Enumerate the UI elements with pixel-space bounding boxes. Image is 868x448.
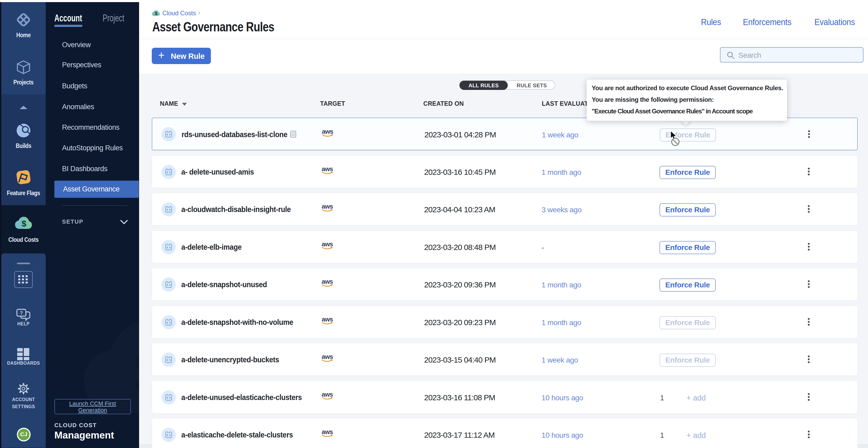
svg-text:$: $ xyxy=(133,335,139,411)
svg-text:aws: aws xyxy=(322,203,333,210)
svg-text:aws: aws xyxy=(322,278,333,285)
svg-text:aws: aws xyxy=(322,316,333,323)
svg-text:aws: aws xyxy=(322,353,333,360)
svg-text:aws: aws xyxy=(322,165,333,172)
svg-text:aws: aws xyxy=(322,240,333,248)
svg-text:aws: aws xyxy=(322,428,333,435)
svg-text:aws: aws xyxy=(322,128,333,135)
svg-text:$: $ xyxy=(22,219,26,228)
svg-text:aws: aws xyxy=(322,391,333,398)
svg-text:$: $ xyxy=(155,11,157,16)
svg-text:?: ? xyxy=(20,310,23,316)
